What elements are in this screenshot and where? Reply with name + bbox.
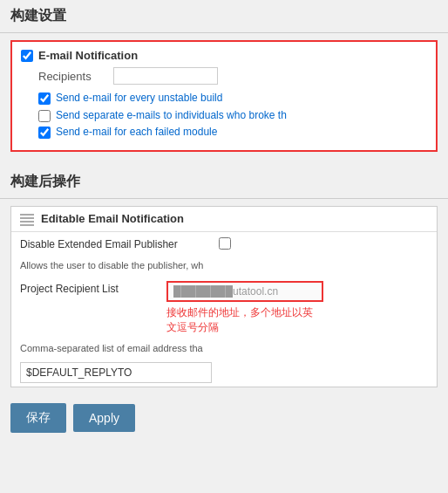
recipient-hint: 接收邮件的地址，多个地址以英文逗号分隔 bbox=[166, 305, 428, 335]
editable-email-title: Editable Email Notification bbox=[41, 212, 184, 225]
disable-publisher-checkbox[interactable] bbox=[219, 237, 231, 250]
save-button[interactable]: 保存 bbox=[10, 403, 66, 433]
build-settings-section: E-mail Notification Recipients Send e-ma… bbox=[0, 33, 448, 166]
page-container: 构建设置 E-mail Notification Recipients Send… bbox=[0, 0, 448, 442]
recipient-list-input[interactable] bbox=[166, 281, 323, 302]
recipient-list-label: Project Recipient List bbox=[20, 281, 160, 295]
editable-email-box: Editable Email Notification Disable Exte… bbox=[10, 206, 438, 387]
editable-email-header: Editable Email Notification bbox=[11, 207, 437, 232]
option-text-1: Send separate e-mails to individuals who… bbox=[56, 109, 287, 123]
email-notification-checkbox[interactable] bbox=[21, 50, 33, 62]
disable-publisher-label: Disable Extended Email Publisher bbox=[20, 238, 212, 250]
post-build-section: Editable Email Notification Disable Exte… bbox=[0, 199, 448, 394]
email-options: Send e-mail for every unstable build Sen… bbox=[21, 92, 427, 140]
option-text-2: Send e-mail for each failed module bbox=[56, 126, 217, 140]
recipient-help-text: Comma-separated list of email address th… bbox=[11, 340, 437, 359]
disable-publisher-row: Disable Extended Email Publisher bbox=[11, 232, 437, 257]
disable-publisher-help: Allows the user to disable the publisher… bbox=[11, 257, 437, 276]
option-row-1: Send separate e-mails to individuals who… bbox=[38, 109, 427, 123]
disable-publisher-input-container bbox=[219, 237, 428, 252]
recipients-label: Recipients bbox=[38, 70, 108, 83]
drag-handle-icon bbox=[20, 212, 34, 226]
recipient-input-container: 接收邮件的地址，多个地址以英文逗号分隔 bbox=[166, 281, 428, 335]
post-build-header: 构建后操作 bbox=[0, 166, 448, 199]
option-row-2: Send e-mail for each failed module bbox=[38, 126, 427, 140]
option-checkbox-0[interactable] bbox=[38, 92, 51, 105]
apply-button[interactable]: Apply bbox=[73, 404, 135, 432]
default-reply-input[interactable] bbox=[20, 362, 212, 383]
email-notification-box: E-mail Notification Recipients Send e-ma… bbox=[10, 40, 438, 152]
build-settings-header: 构建设置 bbox=[0, 0, 448, 33]
email-notification-row: E-mail Notification bbox=[21, 49, 427, 62]
recipient-list-row: Project Recipient List 接收邮件的地址，多个地址以英文逗号… bbox=[11, 276, 437, 340]
option-text-0: Send e-mail for every unstable build bbox=[56, 92, 222, 106]
default-reply-row bbox=[11, 359, 437, 387]
recipients-input[interactable] bbox=[113, 67, 218, 85]
email-notification-label: E-mail Notification bbox=[38, 49, 138, 62]
option-checkbox-2[interactable] bbox=[38, 127, 51, 139]
bottom-bar: 保存 Apply bbox=[0, 394, 448, 442]
option-row-0: Send e-mail for every unstable build bbox=[38, 92, 427, 106]
recipients-row: Recipients bbox=[21, 67, 427, 85]
option-checkbox-1[interactable] bbox=[38, 110, 51, 122]
